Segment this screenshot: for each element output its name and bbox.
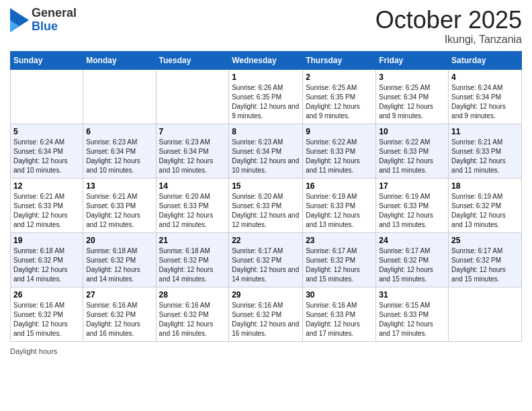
calendar-cell: 12Sunrise: 6:21 AMSunset: 6:33 PMDayligh…: [11, 178, 83, 232]
col-header-thursday: Thursday: [303, 51, 376, 69]
calendar-cell: 20Sunrise: 6:18 AMSunset: 6:32 PMDayligh…: [83, 232, 156, 287]
calendar-cell: 25Sunrise: 6:17 AMSunset: 6:32 PMDayligh…: [449, 232, 522, 287]
day-info: Sunrise: 6:19 AMSunset: 6:32 PMDaylight:…: [451, 192, 519, 230]
day-number: 27: [86, 290, 152, 300]
day-number: 21: [159, 236, 226, 245]
day-info: Sunrise: 6:26 AMSunset: 6:35 PMDaylight:…: [232, 83, 300, 121]
calendar-cell: 5Sunrise: 6:24 AMSunset: 6:34 PMDaylight…: [11, 124, 83, 178]
logo-text: General Blue: [32, 7, 77, 34]
col-header-friday: Friday: [376, 51, 449, 69]
day-info: Sunrise: 6:21 AMSunset: 6:33 PMDaylight:…: [13, 192, 80, 230]
calendar-cell: 23Sunrise: 6:17 AMSunset: 6:32 PMDayligh…: [303, 232, 376, 287]
day-info: Sunrise: 6:24 AMSunset: 6:34 PMDaylight:…: [451, 83, 519, 121]
day-number: 11: [451, 127, 519, 136]
day-number: 9: [306, 127, 373, 136]
day-info: Sunrise: 6:23 AMSunset: 6:34 PMDaylight:…: [159, 138, 226, 175]
day-number: 3: [379, 73, 445, 82]
col-header-saturday: Saturday: [449, 51, 522, 69]
calendar-cell: 21Sunrise: 6:18 AMSunset: 6:32 PMDayligh…: [156, 232, 229, 287]
calendar-cell: 1Sunrise: 6:26 AMSunset: 6:35 PMDaylight…: [229, 69, 303, 124]
day-info: Sunrise: 6:23 AMSunset: 6:34 PMDaylight:…: [232, 138, 300, 175]
day-info: Sunrise: 6:17 AMSunset: 6:32 PMDaylight:…: [379, 246, 445, 284]
calendar-cell: [449, 287, 522, 341]
day-number: 19: [13, 236, 80, 245]
calendar-cell: 26Sunrise: 6:16 AMSunset: 6:32 PMDayligh…: [11, 287, 83, 341]
day-number: 30: [306, 290, 373, 300]
calendar-cell: 11Sunrise: 6:21 AMSunset: 6:33 PMDayligh…: [449, 124, 522, 178]
calendar-cell: [83, 69, 156, 124]
logo: General Blue: [10, 7, 77, 34]
day-info: Sunrise: 6:25 AMSunset: 6:34 PMDaylight:…: [379, 83, 445, 121]
calendar-week-3: 12Sunrise: 6:21 AMSunset: 6:33 PMDayligh…: [11, 178, 522, 232]
day-info: Sunrise: 6:22 AMSunset: 6:33 PMDaylight:…: [306, 138, 373, 175]
day-info: Sunrise: 6:23 AMSunset: 6:34 PMDaylight:…: [86, 138, 152, 175]
calendar-cell: [156, 69, 229, 124]
day-number: 16: [306, 181, 373, 191]
calendar-cell: 17Sunrise: 6:19 AMSunset: 6:33 PMDayligh…: [376, 178, 449, 232]
generalblue-logo-icon: [10, 8, 29, 32]
day-info: Sunrise: 6:17 AMSunset: 6:32 PMDaylight:…: [232, 246, 300, 284]
col-header-wednesday: Wednesday: [229, 51, 303, 69]
day-info: Sunrise: 6:24 AMSunset: 6:34 PMDaylight:…: [13, 138, 80, 175]
day-info: Sunrise: 6:19 AMSunset: 6:33 PMDaylight:…: [306, 192, 373, 230]
calendar-cell: 13Sunrise: 6:21 AMSunset: 6:33 PMDayligh…: [83, 178, 156, 232]
calendar-cell: 18Sunrise: 6:19 AMSunset: 6:32 PMDayligh…: [449, 178, 522, 232]
calendar-cell: 2Sunrise: 6:25 AMSunset: 6:35 PMDaylight…: [303, 69, 376, 124]
day-number: 5: [13, 127, 80, 136]
calendar-cell: 8Sunrise: 6:23 AMSunset: 6:34 PMDaylight…: [229, 124, 303, 178]
day-number: 13: [86, 181, 152, 191]
calendar-week-4: 19Sunrise: 6:18 AMSunset: 6:32 PMDayligh…: [11, 232, 522, 287]
calendar-cell: 6Sunrise: 6:23 AMSunset: 6:34 PMDaylight…: [83, 124, 156, 178]
day-number: 12: [13, 181, 80, 191]
day-number: 23: [306, 236, 373, 245]
day-info: Sunrise: 6:18 AMSunset: 6:32 PMDaylight:…: [159, 246, 226, 284]
daylight-label: Daylight hours: [10, 347, 57, 355]
calendar-week-2: 5Sunrise: 6:24 AMSunset: 6:34 PMDaylight…: [11, 124, 522, 178]
day-info: Sunrise: 6:16 AMSunset: 6:32 PMDaylight:…: [232, 301, 300, 338]
day-number: 25: [451, 236, 519, 245]
title-block: October 2025 Ikungi, Tanzania: [375, 7, 522, 46]
calendar-week-5: 26Sunrise: 6:16 AMSunset: 6:32 PMDayligh…: [11, 287, 522, 341]
day-number: 2: [306, 73, 373, 82]
page: General Blue October 2025 Ikungi, Tanzan…: [0, 0, 532, 411]
calendar-cell: 16Sunrise: 6:19 AMSunset: 6:33 PMDayligh…: [303, 178, 376, 232]
day-number: 14: [159, 181, 226, 191]
day-number: 29: [232, 290, 300, 300]
calendar-cell: 27Sunrise: 6:16 AMSunset: 6:32 PMDayligh…: [83, 287, 156, 341]
day-info: Sunrise: 6:25 AMSunset: 6:35 PMDaylight:…: [306, 83, 373, 121]
calendar-cell: 19Sunrise: 6:18 AMSunset: 6:32 PMDayligh…: [11, 232, 83, 287]
day-info: Sunrise: 6:20 AMSunset: 6:33 PMDaylight:…: [232, 192, 300, 230]
location: Ikungi, Tanzania: [375, 34, 522, 46]
day-number: 7: [159, 127, 226, 136]
header: General Blue October 2025 Ikungi, Tanzan…: [10, 7, 522, 46]
day-number: 20: [86, 236, 152, 245]
calendar-cell: 15Sunrise: 6:20 AMSunset: 6:33 PMDayligh…: [229, 178, 303, 232]
day-number: 15: [232, 181, 300, 191]
col-header-sunday: Sunday: [11, 51, 83, 69]
day-info: Sunrise: 6:17 AMSunset: 6:32 PMDaylight:…: [451, 246, 519, 284]
day-number: 10: [379, 127, 445, 136]
day-number: 26: [13, 290, 80, 300]
logo-blue: Blue: [32, 20, 77, 34]
day-info: Sunrise: 6:21 AMSunset: 6:33 PMDaylight:…: [86, 192, 152, 230]
calendar-cell: [11, 69, 83, 124]
day-info: Sunrise: 6:15 AMSunset: 6:33 PMDaylight:…: [379, 301, 445, 338]
calendar-cell: 28Sunrise: 6:16 AMSunset: 6:32 PMDayligh…: [156, 287, 229, 341]
month-title: October 2025: [375, 7, 522, 34]
day-info: Sunrise: 6:21 AMSunset: 6:33 PMDaylight:…: [451, 138, 519, 175]
logo-general: General: [32, 7, 77, 20]
day-info: Sunrise: 6:19 AMSunset: 6:33 PMDaylight:…: [379, 192, 445, 230]
day-info: Sunrise: 6:16 AMSunset: 6:32 PMDaylight:…: [13, 301, 80, 338]
calendar-cell: 3Sunrise: 6:25 AMSunset: 6:34 PMDaylight…: [376, 69, 449, 124]
calendar-cell: 14Sunrise: 6:20 AMSunset: 6:33 PMDayligh…: [156, 178, 229, 232]
calendar-cell: 10Sunrise: 6:22 AMSunset: 6:33 PMDayligh…: [376, 124, 449, 178]
calendar-table: SundayMondayTuesdayWednesdayThursdayFrid…: [10, 51, 522, 342]
day-number: 22: [232, 236, 300, 245]
calendar-cell: 7Sunrise: 6:23 AMSunset: 6:34 PMDaylight…: [156, 124, 229, 178]
day-number: 1: [232, 73, 300, 82]
calendar-cell: 4Sunrise: 6:24 AMSunset: 6:34 PMDaylight…: [449, 69, 522, 124]
day-number: 31: [379, 290, 445, 300]
calendar-cell: 22Sunrise: 6:17 AMSunset: 6:32 PMDayligh…: [229, 232, 303, 287]
day-info: Sunrise: 6:22 AMSunset: 6:33 PMDaylight:…: [379, 138, 445, 175]
calendar-week-1: 1Sunrise: 6:26 AMSunset: 6:35 PMDaylight…: [11, 69, 522, 124]
